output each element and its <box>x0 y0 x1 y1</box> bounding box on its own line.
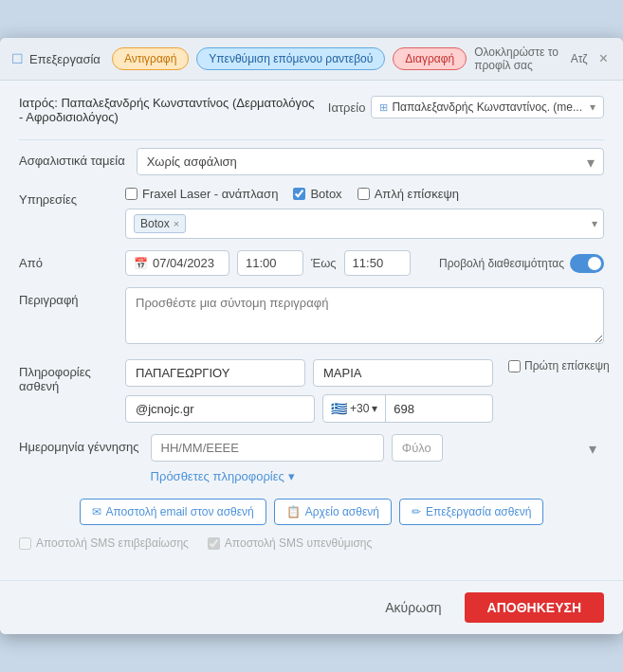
birthdate-content: Φύλο ▾ Πρόσθετες πληροφορίες ▾ <box>151 434 604 483</box>
start-time-value: 11:00 <box>246 256 277 270</box>
user-initials: Ατζ <box>571 52 588 65</box>
sms-confirmation-label[interactable]: Αποστολή SMS επιβεβαίωσης <box>19 536 189 550</box>
birthdate-input[interactable] <box>151 434 384 462</box>
more-info-label: Πρόσθετες πληροφορίες <box>151 469 284 483</box>
action-buttons: ✉ Αποστολή email στον ασθενή 📋 Αρχείο ασ… <box>19 499 604 525</box>
date-value: 07/04/2023 <box>153 256 214 270</box>
divider-1 <box>19 139 604 140</box>
simple-label: Απλή επίσκεψη <box>375 187 459 201</box>
gender-arrow-icon: ▾ <box>589 439 596 457</box>
description-textarea[interactable] <box>125 287 604 344</box>
patient-lastname-input[interactable] <box>125 359 305 387</box>
flag-icon: 🇬🇷 <box>331 401 347 416</box>
sms-reminder-text: Αποστολή SMS υπενθύμισης <box>225 536 372 550</box>
services-content: Fraxel Laser - ανάπλαση Botox Απλή επίσκ… <box>125 187 604 239</box>
delete-tab[interactable]: Διαγραφή <box>393 47 467 70</box>
insurance-select-wrapper: Χωρίς ασφάλιση ▾ <box>137 148 604 175</box>
gender-select[interactable]: Φύλο <box>392 434 443 462</box>
patient-row: Πληροφορίες ασθενή 🇬🇷 <box>19 359 604 423</box>
from-label: Από <box>19 250 114 270</box>
service-simple[interactable]: Απλή επίσκεψη <box>357 187 459 201</box>
services-checkboxes: Fraxel Laser - ανάπλαση Botox Απλή επίσκ… <box>125 187 604 201</box>
botox-label: Botox <box>310 187 341 201</box>
calendar-icon: 📅 <box>134 257 148 270</box>
datetime-content: 📅 07/04/2023 11:00 Έως 11:50 Προβολή δια… <box>125 250 604 276</box>
appointment-modal: ☐ Επεξεργασία Αντιγραφή Υπενθύμιση επόμε… <box>0 38 623 634</box>
phone-row: 🇬🇷 +30 ▾ <box>125 394 493 423</box>
botox-checkbox[interactable] <box>293 188 305 200</box>
fraxel-label: Fraxel Laser - ανάπλαση <box>142 187 278 201</box>
birthdate-inputs: Φύλο ▾ <box>151 434 604 462</box>
birthdate-row: Ημερομηνία γέννησης Φύλο ▾ Πρόσθετες πλη… <box>19 434 604 483</box>
end-time-input[interactable]: 11:50 <box>344 250 411 276</box>
first-visit-checkbox-label[interactable]: Πρώτη επίσκεψη <box>508 359 610 372</box>
sms-reminder-label[interactable]: Αποστολή SMS υπενθύμισης <box>208 536 372 550</box>
sms-row: Αποστολή SMS επιβεβαίωσης Αποστολή SMS υ… <box>19 536 604 550</box>
botox-tag-label: Botox <box>140 217 170 230</box>
services-row: Υπηρεσίες Fraxel Laser - ανάπλαση Botox … <box>19 187 604 239</box>
email-input[interactable] <box>125 395 315 423</box>
toggle-switch[interactable] <box>570 254 604 273</box>
end-time-value: 11:50 <box>353 256 384 270</box>
phone-number-input[interactable] <box>386 395 462 422</box>
simple-checkbox[interactable] <box>357 188 370 200</box>
patient-label: Πληροφορίες ασθενή <box>19 359 114 393</box>
patient-fields: 🇬🇷 +30 ▾ <box>125 359 493 423</box>
first-visit-checkbox[interactable] <box>508 360 521 372</box>
services-label: Υπηρεσίες <box>19 187 114 207</box>
modal-title: ☐ Επεξεργασία <box>11 51 101 66</box>
save-button[interactable]: ΑΠΟΘΗΚΕΥΣΗ <box>465 592 604 623</box>
start-time-input[interactable]: 11:00 <box>237 250 303 276</box>
insurance-select[interactable]: Χωρίς ασφάλιση <box>137 148 604 175</box>
patient-file-button[interactable]: 📋 Αρχείο ασθενή <box>274 499 392 525</box>
datetime-inputs: 📅 07/04/2023 11:00 Έως 11:50 Προβολή δια… <box>125 250 604 276</box>
reminder-tab[interactable]: Υπενθύμιση επόμενου ραντεβού <box>196 47 385 70</box>
eos-label: Έως <box>311 256 337 270</box>
doctor-info: Ιατρός: Παπαλεξανδρής Κωνσταντίνος (Δερμ… <box>19 96 604 124</box>
modal-body: Ιατρός: Παπαλεξανδρής Κωνσταντίνος (Δερμ… <box>0 81 623 580</box>
send-email-button[interactable]: ✉ Αποστολή email στον ασθενή <box>80 499 266 525</box>
country-code: +30 <box>350 402 369 415</box>
sms-confirmation-checkbox[interactable] <box>19 537 31 550</box>
phone-group: 🇬🇷 +30 ▾ <box>322 394 493 423</box>
insurance-label: Ασφαλιστικά ταμεία <box>19 148 125 168</box>
phone-country-selector[interactable]: 🇬🇷 +30 ▾ <box>323 395 386 422</box>
clinic-select[interactable]: ⊞ Παπαλεξανδρής Κωνσταντίνος. (me... ▾ <box>371 96 604 118</box>
copy-tab[interactable]: Αντιγραφή <box>112 47 189 70</box>
more-info-link[interactable]: Πρόσθετες πληροφορίες ▾ <box>151 469 604 483</box>
edit-icon: ✏ <box>412 505 421 518</box>
patient-firstname-input[interactable] <box>313 359 493 387</box>
botox-tag-close[interactable]: × <box>174 218 179 229</box>
first-visit-label: Πρώτη επίσκεψη <box>524 359 610 372</box>
email-icon: ✉ <box>92 505 101 518</box>
doctor-label: Ιατρός: Παπαλεξανδρής Κωνσταντίνος (Δερμ… <box>19 96 321 124</box>
date-input[interactable]: 📅 07/04/2023 <box>125 250 229 276</box>
botox-tag: Botox × <box>134 214 186 233</box>
insurance-row: Ασφαλιστικά ταμεία Χωρίς ασφάλιση ▾ <box>19 148 604 175</box>
patient-row-wrapper: 🇬🇷 +30 ▾ Πρώτη επίσκεψη <box>125 359 610 423</box>
clinic-value: Παπαλεξανδρής Κωνσταντίνος. (me... <box>392 100 582 114</box>
country-dropdown-icon: ▾ <box>372 402 377 415</box>
fraxel-checkbox[interactable] <box>125 188 137 200</box>
description-content <box>125 287 604 348</box>
file-icon: 📋 <box>286 505 301 518</box>
datetime-row: Από 📅 07/04/2023 11:00 Έως 11:50 Προ <box>19 250 604 276</box>
services-tags-field[interactable]: Botox × ▾ <box>125 209 604 239</box>
availability-label: Προβολή διαθεσιμότητας <box>439 257 564 270</box>
sms-reminder-checkbox[interactable] <box>208 537 220 550</box>
close-button[interactable]: × <box>596 50 612 67</box>
more-info-chevron-icon: ▾ <box>288 469 295 483</box>
toggle-knob <box>588 257 601 270</box>
insurance-content: Χωρίς ασφάλιση ▾ <box>137 148 604 175</box>
birthdate-label: Ημερομηνία γέννησης <box>19 434 139 454</box>
tags-dropdown-icon[interactable]: ▾ <box>592 217 597 230</box>
cancel-button[interactable]: Ακύρωση <box>374 594 452 621</box>
edit-patient-button[interactable]: ✏ Επεξεργασία ασθενή <box>399 499 544 525</box>
clinic-section: Ιατρείο ⊞ Παπαλεξανδρής Κωνσταντίνος. (m… <box>328 96 604 118</box>
availability-toggle[interactable]: Προβολή διαθεσιμότητας <box>439 254 604 273</box>
service-fraxel[interactable]: Fraxel Laser - ανάπλαση <box>125 187 278 201</box>
patient-name-inputs <box>125 359 493 387</box>
modal-footer: Ακύρωση ΑΠΟΘΗΚΕΥΣΗ <box>0 580 623 634</box>
service-botox[interactable]: Botox <box>293 187 341 201</box>
sms-confirmation-text: Αποστολή SMS επιβεβαίωσης <box>36 536 189 550</box>
